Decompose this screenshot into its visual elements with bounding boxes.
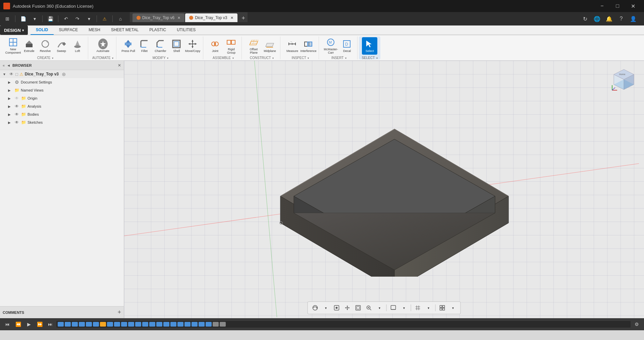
undo-button[interactable]: ↶ [61, 14, 71, 23]
view-settings-button[interactable] [438, 303, 447, 313]
expander-icon[interactable]: ▶ [8, 97, 13, 100]
tab-dice-tray-v6[interactable]: Dice_Tray_Top v6 ✕ [132, 13, 184, 22]
pan-button[interactable] [343, 303, 352, 313]
timeline-marker[interactable] [128, 322, 134, 327]
timeline-marker[interactable] [114, 322, 120, 327]
visibility-icon[interactable]: 👁 [9, 71, 14, 77]
tab-dice-tray-v3[interactable]: Dice_Tray_Top v3 ✕ [185, 13, 237, 22]
minimize-button[interactable]: − [594, 0, 610, 12]
visibility-icon[interactable]: 👁 [14, 120, 19, 125]
comments-add-button[interactable]: + [117, 309, 121, 316]
press-pull-button[interactable]: Press Pull [120, 37, 136, 55]
decal-button[interactable]: D Decal [339, 37, 355, 55]
orbit-button[interactable] [311, 303, 320, 313]
timeline-marker[interactable] [121, 322, 127, 327]
new-component-button[interactable]: NewComponent [5, 37, 21, 55]
revolve-button[interactable]: Revolve [38, 37, 53, 55]
timeline-marker[interactable] [65, 322, 71, 327]
browser-pin-button[interactable]: ✕ [118, 63, 121, 68]
comments-panel[interactable]: COMMENTS + [0, 306, 124, 318]
maximize-button[interactable]: □ [610, 0, 625, 12]
view-settings-dropdown[interactable]: ▾ [448, 303, 458, 313]
browser-item-bodies[interactable]: ▶ 👁 📁 Bodies [0, 110, 124, 118]
midplane-button[interactable]: Midplane [262, 37, 277, 55]
grid-dropdown[interactable]: ▾ [424, 303, 433, 313]
timeline-marker-inactive[interactable] [220, 322, 226, 327]
fillet-button[interactable]: Fillet [137, 37, 152, 55]
measure-button[interactable]: ↔ Measure [284, 37, 300, 55]
shell-button[interactable]: Shell [169, 37, 184, 55]
tab-surface[interactable]: SURFACE [54, 25, 84, 35]
close-button[interactable]: ✕ [625, 0, 641, 12]
viewport[interactable]: Home ▾ [124, 61, 644, 318]
extrude-button[interactable]: Extrude [21, 37, 37, 55]
zoom-to-fit-button[interactable] [354, 303, 363, 313]
broadcast-icon[interactable]: ◎ [62, 72, 65, 76]
tab-plastic[interactable]: PLASTIC [144, 25, 171, 35]
visibility-icon[interactable]: 👁 [14, 112, 19, 117]
timeline-marker-warning[interactable] [100, 322, 106, 327]
tab-close-icon[interactable]: ✕ [177, 16, 180, 20]
interference-button[interactable]: Interference [301, 37, 316, 55]
browser-item-named-views[interactable]: ▶ 📁 Named Views [0, 86, 124, 94]
expander-icon[interactable]: ▶ [8, 105, 13, 108]
expander-icon[interactable]: ▶ [8, 121, 13, 124]
timeline-end-button[interactable]: ⏭ [46, 320, 55, 329]
rigid-group-button[interactable]: Rigid Group [223, 37, 239, 55]
timeline-marker[interactable] [192, 322, 198, 327]
tab-solid[interactable]: SOLID [31, 25, 54, 35]
browser-item-sketches[interactable]: ▶ 👁 📁 Sketches [0, 118, 124, 126]
user-button[interactable]: 👤 [628, 13, 639, 24]
timeline-marker[interactable] [206, 322, 212, 327]
open-file-dropdown[interactable]: ▾ [30, 14, 39, 23]
sweep-button[interactable]: Sweep [54, 37, 69, 55]
timeline-marker[interactable] [86, 322, 92, 327]
zoom-button[interactable] [364, 303, 374, 313]
browser-item-doc-settings[interactable]: ▶ ⚙ Document Settings [0, 78, 124, 86]
display-mode-button[interactable] [389, 303, 398, 313]
timeline-prev-button[interactable]: ⏪ [13, 320, 23, 329]
visibility-icon[interactable]: 👁 [14, 96, 19, 101]
timeline-marker[interactable] [199, 322, 205, 327]
redo-button[interactable]: ↷ [73, 14, 82, 23]
timeline-start-button[interactable]: ⏮ [3, 320, 12, 329]
visibility-icon[interactable]: 👁 [14, 104, 19, 109]
expander-icon[interactable]: ▶ [8, 89, 13, 92]
warning-button[interactable]: ⚠ [100, 14, 109, 23]
add-tab-button[interactable]: + [239, 14, 248, 22]
orbit-dropdown[interactable]: ▾ [321, 303, 331, 313]
help-button[interactable]: ? [616, 13, 627, 24]
chamfer-button[interactable]: Chamfer [153, 37, 168, 55]
expander-icon[interactable]: ▶ [8, 80, 13, 84]
collapse-browser-button[interactable]: « [3, 63, 5, 67]
browser-item-analysis[interactable]: ▶ 👁 📁 Analysis [0, 102, 124, 110]
timeline-next-button[interactable]: ⏩ [35, 320, 44, 329]
view-cube[interactable]: Home [610, 66, 637, 93]
automate-button[interactable]: Automate [95, 37, 111, 55]
timeline-marker[interactable] [107, 322, 113, 327]
timeline-marker[interactable] [142, 322, 148, 327]
zoom-dropdown[interactable]: ▾ [375, 303, 384, 313]
design-button[interactable]: DESIGN ▾ [0, 25, 28, 35]
select-button[interactable]: Select [362, 37, 377, 55]
timeline-marker[interactable] [79, 322, 85, 327]
grid-button[interactable] [413, 303, 423, 313]
loft-button[interactable]: Loft [70, 37, 85, 55]
tab-mesh[interactable]: MESH [83, 25, 106, 35]
joint-button[interactable]: Joint [207, 37, 223, 55]
insert-mcmaster-button[interactable]: M McMaster-Carr [323, 37, 338, 55]
timeline-marker[interactable] [184, 322, 191, 327]
notifications-button[interactable]: 🔔 [604, 13, 614, 24]
move-button[interactable]: Move/Copy [185, 37, 200, 55]
settings-button[interactable]: ⚙ [632, 320, 641, 329]
new-file-button[interactable]: 📄 [18, 14, 28, 23]
tab-close-icon[interactable]: ✕ [230, 16, 233, 20]
timeline-marker[interactable] [163, 322, 169, 327]
timeline-marker[interactable] [149, 322, 155, 327]
expander-icon[interactable]: ▶ [8, 113, 13, 116]
redo-dropdown[interactable]: ▾ [84, 14, 94, 23]
display-dropdown[interactable]: ▾ [399, 303, 409, 313]
collapse-browser-button2[interactable]: ◄ [7, 63, 10, 67]
root-expander[interactable]: ▼ [3, 72, 7, 76]
offset-plane-button[interactable]: Offset Plane [246, 37, 261, 55]
